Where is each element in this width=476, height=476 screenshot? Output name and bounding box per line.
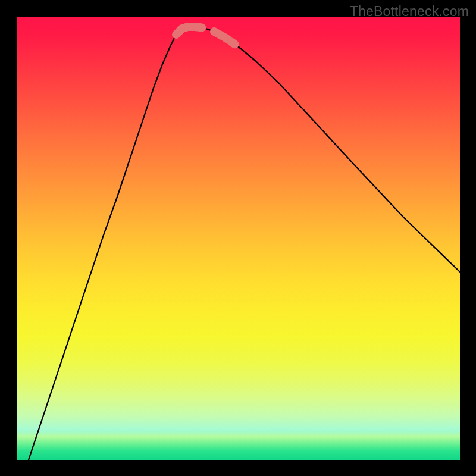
bottleneck-curve-svg [17, 17, 460, 460]
right-pink-dots-bead [225, 37, 228, 40]
plot-area [17, 17, 460, 460]
chart-frame: TheBottleneck.com [0, 0, 476, 476]
watermark-text: TheBottleneck.com [350, 4, 469, 20]
bottleneck-curve-path [29, 27, 460, 460]
right-pink-dots-bead [231, 42, 235, 45]
left-pink-dots-bead [200, 27, 202, 28]
